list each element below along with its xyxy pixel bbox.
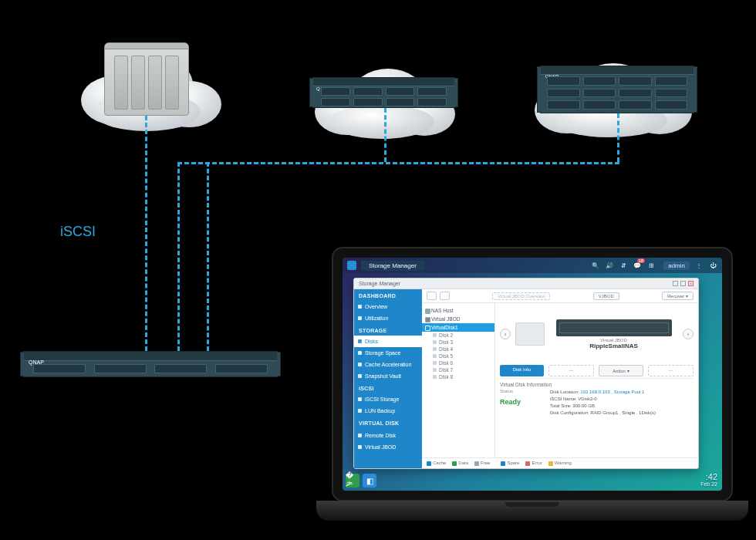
sidebar-section: iSCSI [354, 382, 422, 393]
preview-name: RippleSmallNAS [549, 343, 678, 349]
minimize-button[interactable] [673, 281, 678, 286]
storage-manager-window: Storage Manager × DASHBOARD Overview Uti… [353, 278, 699, 469]
vjbod-overview-button[interactable]: Virtual JBOD Overview [492, 292, 550, 300]
details-header: Virtual Disk Information [500, 378, 694, 387]
sidebar-item-lun-backup[interactable]: LUN Backup [354, 405, 422, 417]
sidebar-item-disks[interactable]: Disks [354, 336, 422, 347]
conn-line [207, 162, 209, 351]
disk-info-button[interactable]: Disk Info [500, 365, 544, 376]
sidebar-section: STORAGE [354, 324, 422, 336]
tree-disk[interactable]: Disk 7 [422, 366, 494, 373]
detail-lines: Disk Location: 192.168.0.103 , Storage P… [550, 389, 656, 417]
vjbod-button[interactable]: VJBOD [593, 292, 619, 300]
sidebar: DASHBOARD Overview Utilization STORAGE D… [354, 289, 422, 468]
rack-server-center: QNAP [312, 77, 455, 108]
os-topbar: Storage Manager 🔍 🔊 ⇵ 💬18 ⊞ admin ⋮ ⏻ [343, 258, 722, 273]
sidebar-item-virtual-jbod[interactable]: Virtual JBOD [354, 441, 422, 453]
sidebar-item-iscsi-storage[interactable]: iSCSI Storage [354, 393, 422, 405]
laptop: Storage Manager 🔍 🔊 ⇵ 💬18 ⊞ admin ⋮ ⏻ St… [316, 247, 748, 540]
action-dropdown[interactable]: Action ▾ [599, 365, 644, 376]
legend: Cache Data Free Spare Error Warning [422, 457, 698, 468]
taskbar-tab[interactable]: Storage Manager [361, 261, 424, 271]
power-icon[interactable]: ⏻ [708, 261, 717, 270]
placeholder-button: — [548, 365, 594, 376]
placeholder-button: — [648, 365, 694, 376]
status-label: Status [500, 389, 542, 393]
taskbar-app-icon[interactable]: �耂 [346, 474, 359, 488]
maximize-button[interactable] [680, 281, 686, 286]
notification-icon[interactable]: 💬18 [633, 261, 642, 270]
os-clock: :42 Feb 22 [700, 472, 717, 488]
tree-nas-host[interactable]: NAS Host [422, 306, 494, 315]
os-taskbar-left: �耂 ◧ [346, 474, 376, 488]
sidebar-item-utilization[interactable]: Utilization [354, 312, 422, 324]
sidebar-item-remote-disk[interactable]: Remote Disk [354, 430, 422, 441]
view-grid-button[interactable] [427, 292, 437, 300]
device-tree[interactable]: NAS Host Virtual JBOD VirtualDisk1 Disk … [422, 303, 495, 457]
usb-icon[interactable]: ⇵ [619, 261, 628, 270]
rack-server-right: QNAP [540, 66, 694, 113]
conn-line [145, 116, 147, 351]
dashboard-icon[interactable]: ⊞ [646, 261, 656, 270]
main-panel: ‹ Virtual JBOD RippleSmallNAS › [495, 303, 698, 457]
tree-disk[interactable]: Disk 5 [422, 353, 494, 359]
conn-line [384, 108, 386, 162]
sidebar-section: DASHBOARD [354, 289, 422, 301]
tree-selected-vdisk[interactable]: VirtualDisk1 [422, 323, 494, 332]
sidebar-item-storage-space[interactable]: Storage Space [354, 347, 422, 359]
user-menu[interactable]: admin [663, 262, 690, 270]
toolbar: Virtual JBOD Overview VJBOD Recover ▾ [422, 289, 698, 303]
close-button[interactable]: × [688, 281, 694, 286]
tree-disk[interactable]: Disk 2 [422, 332, 494, 339]
conn-line [177, 162, 180, 351]
volume-icon[interactable]: 🔊 [605, 261, 614, 270]
tree-disk[interactable]: Disk 3 [422, 339, 494, 346]
prev-button[interactable]: ‹ [500, 329, 511, 339]
nas-tower [104, 42, 189, 116]
status-value: Ready [500, 395, 542, 406]
tree-disk[interactable]: Disk 8 [422, 373, 494, 380]
sidebar-item-overview[interactable]: Overview [354, 301, 422, 312]
taskbar-app-icon[interactable]: ◧ [363, 474, 376, 488]
tree-disk[interactable]: Disk 4 [422, 346, 494, 353]
pool-link[interactable]: Storage Pool 1 [614, 390, 645, 394]
sidebar-item-snapshot[interactable]: Snapshot Vault [354, 370, 422, 382]
content-pane: Virtual JBOD Overview VJBOD Recover ▾ NA… [422, 289, 698, 468]
sidebar-section: VIRTUAL DISK [354, 417, 422, 430]
next-button[interactable]: › [683, 329, 694, 339]
iscsi-label: iSCSI [60, 224, 96, 240]
more-icon[interactable]: ⋮ [694, 261, 704, 270]
search-icon[interactable]: 🔍 [591, 261, 600, 270]
laptop-base [316, 501, 748, 521]
ip-link[interactable]: 192.168.0.103 [580, 390, 609, 394]
laptop-screen: Storage Manager 🔍 🔊 ⇵ 💬18 ⊞ admin ⋮ ⏻ St… [343, 258, 722, 491]
device-thumb [515, 322, 545, 346]
conn-line [177, 162, 619, 164]
svg-point-7 [329, 105, 434, 139]
window-titlebar[interactable]: Storage Manager × [354, 278, 698, 289]
view-list-button[interactable] [440, 292, 450, 300]
tree-disk[interactable]: Disk 6 [422, 359, 494, 366]
diagram-stage: QNAP QNAP QNAP iSCSI [0, 0, 756, 540]
conn-line [617, 113, 619, 162]
recover-button[interactable]: Recover ▾ [662, 292, 694, 300]
rack-server-bottom: QNAP [23, 351, 278, 377]
window-title: Storage Manager [359, 281, 400, 286]
tree-virtual-jbod[interactable]: Virtual JBOD [422, 315, 494, 323]
sidebar-item-cache[interactable]: Cache Acceleration [354, 359, 422, 370]
os-logo-icon[interactable] [347, 261, 356, 270]
device-preview [556, 319, 672, 336]
